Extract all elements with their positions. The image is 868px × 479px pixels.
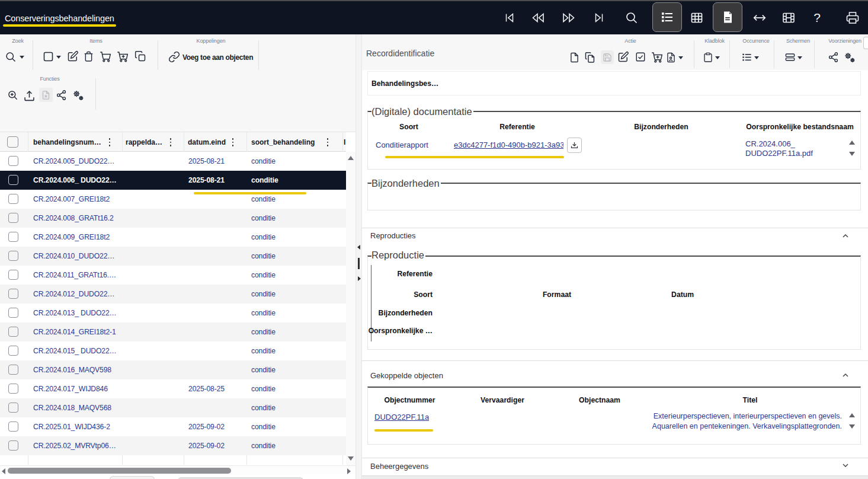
column-header-partial[interactable]: I (344, 132, 346, 152)
schermen-dropdown-caret[interactable] (797, 56, 802, 59)
column-menu-icon[interactable] (324, 138, 332, 147)
edit-record-icon[interactable] (67, 50, 79, 62)
table-row[interactable]: CR.2024.018_MAQV568 conditie (0, 398, 346, 417)
horizontal-scrollbar[interactable] (0, 465, 355, 475)
row-checkbox[interactable] (8, 251, 18, 261)
table-row[interactable]: CR.2025.01_WIJD436-2 2025-09-02 conditie (0, 417, 346, 436)
upload-icon[interactable] (23, 90, 36, 102)
basket-add-icon[interactable] (116, 50, 129, 63)
row-checkbox[interactable] (8, 194, 18, 204)
row-checkbox[interactable] (8, 289, 18, 299)
share-icon[interactable] (828, 52, 839, 63)
occurrence-spinner[interactable] (848, 412, 856, 430)
select-all-checkbox[interactable] (7, 136, 18, 148)
basket-icon[interactable] (99, 50, 111, 63)
occurrence-list-icon[interactable] (741, 52, 752, 63)
splitter-handle[interactable] (358, 258, 360, 269)
list-view-button[interactable] (652, 2, 682, 32)
clipboard-icon[interactable] (703, 52, 713, 63)
column-header-rappeldatum[interactable]: rappelda… (126, 132, 165, 152)
table-row[interactable]: CR.2025.02_MVRVtp06… 2025-09-02 conditie (0, 436, 346, 455)
row-checkbox[interactable] (8, 156, 18, 166)
settings-gears-icon[interactable] (72, 89, 85, 102)
floating-panel-stub[interactable] (863, 37, 868, 49)
row-checkbox[interactable] (8, 308, 18, 318)
table-row[interactable]: CR.2024.016_MAQV598 conditie (0, 360, 346, 379)
table-row[interactable]: CR.2024.005_DUDO22… 2025-08-21 conditie (0, 152, 346, 171)
row-checkbox[interactable] (8, 403, 18, 413)
row-checkbox[interactable] (8, 270, 18, 280)
table-row[interactable]: CR.2024.013_ DUDO22… conditie (0, 304, 346, 322)
record-owner-icon[interactable] (665, 52, 677, 63)
table-row[interactable]: CR.2024.015_ DUDO22… conditie (0, 341, 346, 360)
zoom-in-icon[interactable] (7, 90, 19, 101)
occurrence-dropdown-caret[interactable] (754, 56, 759, 59)
doc-value-soort[interactable]: Conditierapport (376, 140, 428, 149)
settings-gears-icon[interactable] (843, 51, 856, 64)
new-record-icon[interactable] (569, 52, 580, 63)
column-menu-icon[interactable] (166, 138, 175, 147)
collapse-gekoppelde-icon[interactable] (841, 371, 851, 381)
row-checkbox[interactable] (8, 440, 18, 451)
scroll-up-arrow-icon[interactable] (348, 156, 354, 160)
delete-record-icon[interactable] (83, 50, 94, 62)
export-file-icon[interactable] (39, 88, 53, 102)
gek-value-objectnummer-link[interactable]: DUDO22PF.11a (374, 413, 429, 421)
grid-view-icon[interactable] (689, 10, 704, 25)
column-menu-icon[interactable] (229, 138, 237, 147)
print-icon[interactable] (845, 10, 860, 25)
media-view-icon[interactable] (781, 10, 796, 25)
table-row[interactable]: CR.2024.006_ DUDO22… 2025-08-21 conditie (0, 171, 346, 190)
collapse-left-icon[interactable] (357, 245, 360, 250)
kladblok-dropdown-caret[interactable] (715, 56, 720, 59)
row-checkbox[interactable] (8, 232, 18, 242)
table-row[interactable]: CR.2024.008_GRATt16.2 conditie (0, 209, 346, 228)
fast-forward-icon[interactable] (561, 10, 576, 25)
row-checkbox[interactable] (8, 213, 18, 223)
table-row[interactable]: CR.2024.011_GRATt16.… conditie (0, 266, 346, 285)
occurrence-spinner[interactable] (848, 139, 856, 157)
resize-horizontal-icon[interactable] (752, 10, 767, 25)
document-view-button[interactable] (713, 2, 742, 32)
help-icon[interactable]: ? (809, 10, 825, 25)
column-header-behandelingsnummer[interactable]: behandelingsnum… (33, 132, 105, 152)
actie-dropdown-caret[interactable] (678, 56, 683, 59)
expand-beheergegevens-icon[interactable] (841, 461, 851, 471)
collapse-right-icon[interactable] (358, 276, 361, 281)
duplicate-record-icon[interactable] (584, 52, 596, 63)
row-checkbox[interactable] (8, 365, 18, 375)
skip-to-start-icon[interactable] (502, 10, 517, 25)
vertical-scrollbar[interactable] (346, 152, 355, 465)
row-checkbox[interactable] (8, 384, 18, 394)
row-checkbox[interactable] (8, 421, 18, 432)
table-row[interactable]: CR.2024.017_WIJD846 2025-08-25 conditie (0, 379, 346, 398)
save-record-icon[interactable] (601, 50, 614, 64)
skip-to-end-icon[interactable] (591, 10, 607, 25)
copy-record-icon[interactable] (134, 50, 146, 62)
download-button[interactable] (567, 138, 582, 153)
search-records-icon[interactable] (5, 51, 17, 63)
horizontal-scroll-thumb[interactable] (8, 468, 231, 474)
scroll-left-arrow-icon[interactable] (2, 468, 5, 474)
select-dropdown-caret[interactable] (56, 56, 61, 59)
table-row[interactable]: CR.2024.010_DUDO22… conditie (0, 247, 346, 266)
row-checkbox[interactable] (8, 327, 18, 337)
select-checkbox-icon[interactable] (42, 50, 55, 63)
table-row[interactable]: CR.2024.012_DUDO22… conditie (0, 285, 346, 304)
table-row[interactable]: CR.2024.009_GREI18t2 conditie (0, 228, 346, 247)
search-dropdown-caret[interactable] (20, 56, 24, 59)
row-checkbox[interactable] (8, 346, 18, 356)
scroll-down-arrow-icon[interactable] (348, 456, 354, 461)
table-row[interactable]: CR.2024.014_GREI18t2-1 conditie (0, 322, 346, 341)
doc-value-referentie-link[interactable]: e3dc4277-f1d0-490b-b921-3a93a (454, 140, 563, 149)
column-header-datum-eind[interactable]: datum.eind (188, 132, 228, 152)
column-header-soort-behandeling[interactable]: soort_behandeling (251, 132, 321, 152)
schermen-icon[interactable] (784, 52, 796, 63)
add-to-objects-button[interactable]: Voeg toe aan objecten (182, 53, 253, 62)
share-icon[interactable] (56, 90, 67, 101)
basket-add-icon[interactable] (651, 51, 663, 63)
search-icon[interactable] (624, 10, 639, 25)
scroll-right-arrow-icon[interactable] (347, 468, 351, 474)
column-menu-icon[interactable] (105, 138, 114, 147)
rewind-icon[interactable] (530, 10, 546, 25)
